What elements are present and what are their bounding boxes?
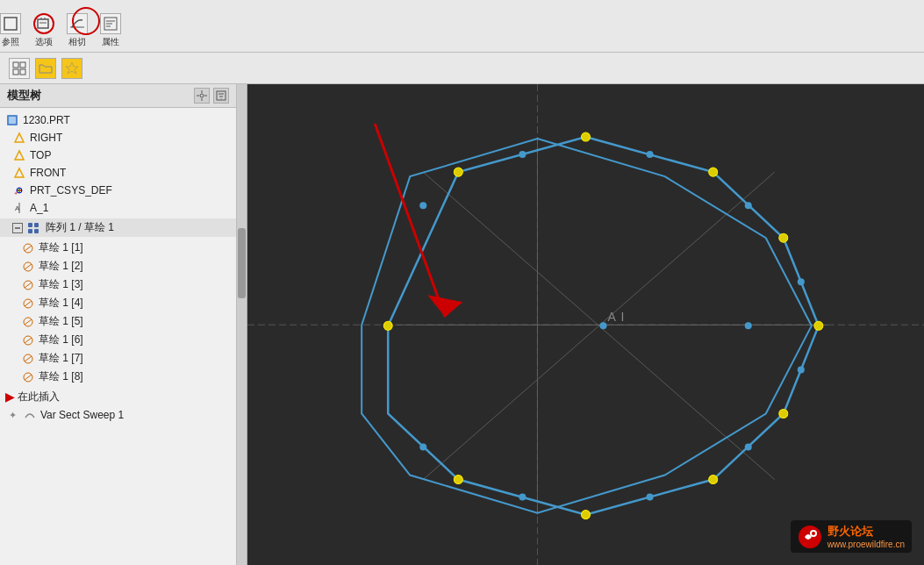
tree-item-sketch6[interactable]: 草绘 1 [6] <box>0 331 236 349</box>
sketch8-icon <box>21 370 35 384</box>
svg-rect-20 <box>217 91 226 100</box>
svg-text:I: I <box>621 310 625 324</box>
axis-icon: A <box>12 201 26 215</box>
watermark: 野火论坛 www.proewildfire.cn <box>791 520 912 553</box>
csys-label: PRT_CSYS_DEF <box>30 184 112 197</box>
tree-item-sketch1[interactable]: 草绘 1 [1] <box>0 239 236 257</box>
svg-rect-38 <box>28 229 32 233</box>
sketch6-icon <box>21 333 35 347</box>
svg-line-53 <box>25 356 32 361</box>
svg-point-87 <box>745 322 752 329</box>
tree-item-prt[interactable]: 1230.PRT <box>0 111 236 129</box>
svg-point-79 <box>798 366 805 373</box>
sketch1-icon <box>21 241 35 255</box>
tree-item-sketch7[interactable]: 草绘 1 [7] <box>0 349 236 368</box>
svg-point-66 <box>581 132 590 141</box>
svg-line-49 <box>25 319 32 325</box>
tree-item-insert[interactable]: ▶ 在此插入 <box>0 388 236 406</box>
svg-point-67 <box>709 168 718 176</box>
tree-item-sketch2[interactable]: 草绘 1 [2] <box>0 257 236 275</box>
svg-point-70 <box>779 409 788 418</box>
property-label: 属性 <box>102 36 119 48</box>
watermark-url: www.proewildfire.cn <box>827 540 905 549</box>
svg-text:✳: ✳ <box>14 190 18 196</box>
tree-item-right[interactable]: RIGHT <box>0 129 236 147</box>
tree-item-sketch8[interactable]: 草绘 1 [8] <box>0 368 236 386</box>
svg-point-68 <box>779 233 788 242</box>
svg-rect-36 <box>28 223 32 227</box>
svg-point-74 <box>383 321 392 330</box>
sweep-star-icon: ✦ <box>5 408 19 422</box>
tree-item-sweep[interactable]: ✦ Var Sect Sweep 1 <box>0 406 236 424</box>
svg-line-45 <box>25 282 32 288</box>
tree-item-sketch3[interactable]: 草绘 1 [3] <box>0 275 236 294</box>
tree-item-front[interactable]: FRONT <box>0 164 236 182</box>
plane-front-icon <box>12 166 26 180</box>
minus-icon <box>12 223 23 233</box>
model-tree-title: 模型树 <box>7 88 41 104</box>
plane-top-icon <box>12 148 26 162</box>
a1-label: A_1 <box>30 202 48 214</box>
svg-point-84 <box>419 202 426 209</box>
sketch5-label: 草绘 1 [5] <box>39 314 83 329</box>
top-label: TOP <box>30 149 51 161</box>
svg-rect-11 <box>20 62 25 68</box>
option-icon[interactable] <box>33 13 54 34</box>
sidebar: 模型树 <box>0 84 237 565</box>
svg-point-69 <box>814 321 823 330</box>
tree-item-top[interactable]: TOP <box>0 147 236 164</box>
property-icon[interactable] <box>100 13 121 34</box>
reference-icon[interactable] <box>0 13 21 34</box>
star-icon[interactable] <box>61 58 82 79</box>
svg-text:A: A <box>608 310 617 324</box>
sweep-icon <box>23 408 37 422</box>
tangent-label: 相切 <box>68 36 86 48</box>
svg-point-82 <box>519 494 526 501</box>
array-group-label: 阵列 1 / 草绘 1 <box>46 220 114 235</box>
canvas-svg: A I <box>247 84 924 565</box>
array-icon <box>26 221 40 235</box>
tangent-group: 相切 <box>67 13 88 48</box>
sketch8-label: 草绘 1 [8] <box>39 369 83 384</box>
sketch6-label: 草绘 1 [6] <box>39 333 83 347</box>
csys-icon: ✳ <box>12 183 26 197</box>
tree-item-sketch5[interactable]: 草绘 1 [5] <box>0 312 236 331</box>
tree-item-array-group[interactable]: 阵列 1 / 草绘 1 <box>0 218 236 237</box>
tree-item-csys[interactable]: ✳ PRT_CSYS_DEF <box>0 182 236 199</box>
insert-marker-icon: ▶ <box>5 390 14 404</box>
option-group: 选项 <box>33 13 54 48</box>
svg-point-72 <box>581 511 590 519</box>
svg-point-15 <box>200 94 204 97</box>
svg-line-41 <box>25 246 32 251</box>
canvas-scrollbar[interactable] <box>237 84 247 565</box>
tree-filter-icon[interactable] <box>213 88 229 104</box>
svg-marker-26 <box>15 133 24 142</box>
tree-item-sketch4[interactable]: 草绘 1 [4] <box>0 294 236 312</box>
property-group: 属性 <box>100 13 121 48</box>
tangent-icon[interactable] <box>67 13 88 34</box>
svg-point-73 <box>454 476 462 484</box>
grid-icon[interactable] <box>9 58 30 79</box>
svg-line-55 <box>25 375 32 380</box>
part-icon <box>5 113 19 127</box>
sketch3-icon <box>21 278 35 292</box>
reference-label: 参照 <box>2 36 19 48</box>
watermark-text-container: 野火论坛 www.proewildfire.cn <box>827 524 905 549</box>
watermark-title: 野火论坛 <box>827 525 873 538</box>
tree-settings-icon[interactable] <box>194 88 210 104</box>
sketch2-icon <box>21 260 35 274</box>
watermark-logo-icon <box>798 525 822 549</box>
svg-rect-39 <box>34 229 39 233</box>
prt-label: 1230.PRT <box>23 114 70 126</box>
sketch5-icon <box>21 315 35 329</box>
scrollbar-thumb[interactable] <box>238 228 246 298</box>
tree-item-a1[interactable]: A A_1 <box>0 199 236 217</box>
svg-marker-28 <box>15 168 24 177</box>
svg-point-85 <box>519 151 526 158</box>
model-tree-header: 模型树 <box>0 84 236 108</box>
svg-rect-37 <box>34 223 39 227</box>
svg-point-77 <box>745 202 752 209</box>
svg-point-76 <box>647 151 654 158</box>
folder-icon[interactable] <box>35 58 56 79</box>
svg-point-75 <box>454 168 462 176</box>
